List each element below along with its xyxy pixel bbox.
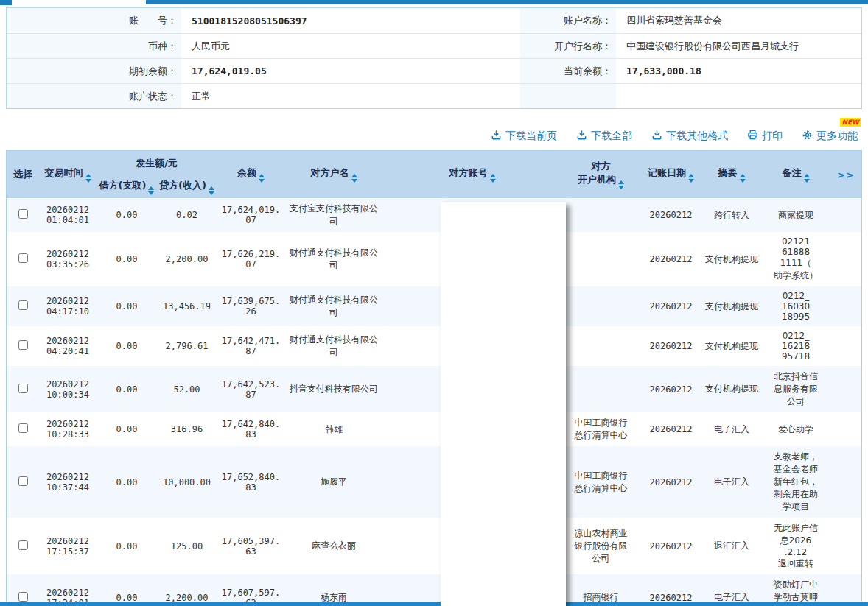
account-name-label: 账户名称： [520, 8, 616, 33]
download-icon [576, 130, 587, 143]
currency-label: 币种： [7, 34, 181, 58]
cell-summary: 支付机构提现 [702, 366, 761, 412]
table-row: 20260212 04:20:41 0.00 2,796.61 17,642,4… [7, 326, 861, 366]
cell-counterparty-bank: 凉山农村商业 银行股份有限 公司 [562, 518, 640, 574]
account-row: 账户状态： 正常 [7, 83, 861, 108]
col-header-remark[interactable]: 备注 [761, 151, 830, 198]
cell-time: 20260212 04:20:41 [39, 326, 97, 366]
print-button[interactable]: 打印 [747, 130, 783, 143]
cell-booking-date: 20260212 [640, 232, 702, 286]
col-header-counterparty-bank[interactable]: 对方 开户机构 [562, 151, 640, 198]
bank-name-value: 中国建设银行股份有限公司西昌月城支行 [616, 40, 861, 53]
col-header-booking-date[interactable]: 记账日期 [640, 151, 702, 198]
cell-select [7, 446, 39, 518]
sort-icon[interactable] [148, 186, 154, 195]
col-header-counterparty[interactable]: 对方户名 [285, 151, 382, 198]
cell-credit: 2,200.00 [157, 232, 217, 286]
cell-debit: 0.00 [97, 366, 157, 412]
cell-debit: 0.00 [97, 518, 157, 574]
row-checkbox[interactable] [18, 384, 28, 393]
col-header-more-columns[interactable]: >> [830, 151, 861, 198]
cell-counterparty: 财付通支付科技有限公司 [285, 286, 382, 326]
cell-counterparty-bank: 中国工商银行 总行清算中心 [562, 412, 640, 446]
sort-icon[interactable] [209, 186, 214, 195]
table-row: 20260212 10:28:33 0.00 316.96 17,642,840… [7, 412, 861, 446]
sort-icon[interactable] [351, 174, 357, 183]
account-name-value: 四川省索玛慈善基金会 [616, 14, 861, 27]
cell-credit: 13,456.19 [157, 286, 217, 326]
col-header-balance[interactable]: 余额 [217, 151, 285, 198]
tab-strip-bar [146, 0, 868, 4]
col-header-credit[interactable]: 贷方(收入) [157, 176, 217, 198]
cell-summary: 退汇汇入 [702, 518, 761, 574]
more-functions-button[interactable]: NEW 更多功能 [802, 130, 858, 143]
sort-icon[interactable] [618, 180, 624, 189]
transactions-table: 选择 交易时间 发生额/元 余额 对方户名 对方账号 对方 开户机构 记账日期 … [7, 151, 861, 606]
download-other-format-button[interactable]: 下载其他格式 [651, 130, 728, 143]
cell-debit: 0.00 [97, 198, 157, 232]
cell-remark: 无此账户信 息2026 .2.12 退回重转 [761, 518, 830, 574]
cell-time: 20260212 04:17:10 [39, 286, 97, 326]
cell-time: 20260212 10:28:33 [39, 412, 97, 446]
cell-counterparty: 财付通支付科技有限公司 [285, 232, 382, 286]
cell-booking-date: 20260212 [640, 326, 702, 366]
cell-select [7, 198, 39, 232]
bottom-accent-bar [0, 602, 868, 606]
currency-value: 人民币元 [181, 40, 520, 53]
cell-select [7, 232, 39, 286]
col-header-summary[interactable]: 摘要 [702, 151, 761, 198]
cell-counterparty-bank [562, 366, 640, 412]
transactions-table-block: 选择 交易时间 发生额/元 余额 对方户名 对方账号 对方 开户机构 记账日期 … [6, 150, 862, 606]
cell-counterparty: 麻查么衣丽 [285, 518, 382, 574]
row-checkbox[interactable] [18, 540, 28, 550]
cell-time: 20260212 01:04:01 [39, 198, 97, 232]
cell-booking-date: 20260212 [640, 198, 702, 232]
row-checkbox[interactable] [18, 476, 28, 486]
cell-summary: 支付机构提现 [702, 326, 761, 366]
col-header-time[interactable]: 交易时间 [39, 151, 97, 198]
table-row: 20260212 17:15:37 0.00 125.00 17,605,397… [7, 518, 861, 574]
download-all-button[interactable]: 下载全部 [576, 130, 632, 143]
sort-icon[interactable] [490, 174, 496, 183]
row-checkbox[interactable] [18, 592, 28, 602]
sort-icon[interactable] [740, 174, 746, 183]
cell-select [7, 518, 39, 574]
row-checkbox[interactable] [18, 209, 28, 219]
cell-credit: 2,796.61 [157, 326, 217, 366]
toolbar: 下载当前页 下载全部 下载其他格式 打印 NEW 更多功能 [0, 109, 868, 150]
more-columns-icon[interactable]: >> [837, 169, 855, 180]
cell-debit: 0.00 [97, 286, 157, 326]
cell-credit: 10,000.00 [157, 446, 217, 518]
download-current-page-button[interactable]: 下载当前页 [491, 130, 557, 143]
cell-counterparty: 韩雄 [285, 412, 382, 446]
cell-counterparty-bank [562, 232, 640, 286]
cell-counterparty: 施履平 [285, 446, 382, 518]
download-icon [651, 130, 662, 143]
cell-remark: 0212_ 16030 18995 [761, 286, 830, 326]
cell-remark: 0212_ 16218 95718 [761, 326, 830, 366]
new-badge: NEW [840, 118, 861, 127]
cell-select [7, 366, 39, 412]
sort-icon[interactable] [259, 174, 265, 183]
cell-booking-date: 20260212 [640, 366, 702, 412]
col-header-debit[interactable]: 借方(支取) [97, 176, 157, 198]
table-row: 20260212 03:35:26 0.00 2,200.00 17,626,2… [7, 232, 861, 286]
sort-icon[interactable] [85, 174, 91, 183]
account-number-value: 51001815208051506397 [181, 15, 520, 27]
row-checkbox[interactable] [18, 253, 28, 263]
cell-remark: 支教老师， 基金会老师 新年红包， 剩余用在助 学项目 [761, 446, 830, 518]
cell-credit: 0.02 [157, 198, 217, 232]
table-row: 20260212 10:00:34 0.00 52.00 17,642,523.… [7, 366, 861, 412]
row-checkbox[interactable] [18, 423, 28, 433]
row-checkbox[interactable] [18, 300, 28, 310]
sort-icon[interactable] [804, 174, 810, 183]
gear-icon [802, 130, 813, 143]
sort-icon[interactable] [688, 174, 694, 183]
col-header-counterparty-account[interactable]: 对方账号 [382, 151, 562, 198]
account-status-value: 正常 [181, 90, 520, 103]
cell-summary: 支付机构提现 [702, 286, 761, 326]
cell-summary: 支付机构提现 [702, 232, 761, 286]
account-number-label: 账 号： [7, 8, 181, 33]
row-checkbox[interactable] [18, 340, 28, 350]
cell-remark: 北京抖音信 息服务有限 公司 [761, 366, 830, 412]
